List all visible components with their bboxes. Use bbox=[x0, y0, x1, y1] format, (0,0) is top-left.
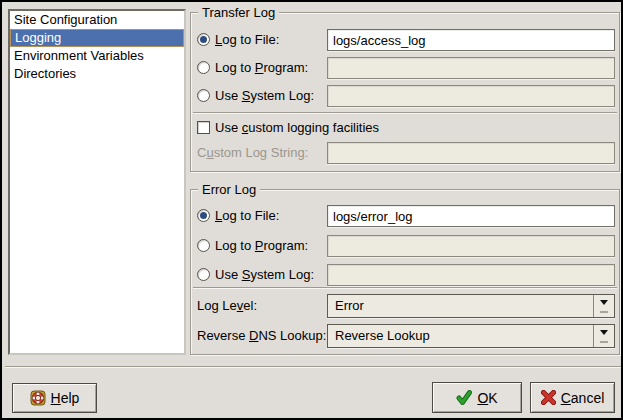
sidebar-item-environment-variables[interactable]: Environment Variables bbox=[10, 47, 184, 65]
transfer-use-system-log-label[interactable]: Use System Log: bbox=[215, 85, 314, 107]
transfer-log-group-title: Transfer Log bbox=[198, 5, 279, 20]
ok-button[interactable]: OK bbox=[432, 382, 522, 413]
log-level-value: Error bbox=[328, 295, 593, 317]
custom-log-string-input bbox=[327, 142, 615, 164]
reverse-dns-dropdown[interactable]: Reverse Lookup bbox=[327, 324, 615, 348]
error-log-to-file-label[interactable]: Log to File: bbox=[215, 205, 279, 227]
error-log-group: Error Log Log to File: Log to Program: U… bbox=[190, 189, 620, 355]
radio-dot bbox=[200, 36, 207, 43]
error-use-system-log-radio[interactable] bbox=[197, 268, 210, 281]
transfer-log-to-file-row: Log to File: bbox=[191, 29, 619, 52]
sidebar-item-logging[interactable]: Logging bbox=[10, 29, 184, 47]
transfer-log-to-program-label[interactable]: Log to Program: bbox=[215, 57, 308, 79]
transfer-log-to-file-radio[interactable] bbox=[197, 33, 210, 46]
sidebar-item-site-configuration[interactable]: Site Configuration bbox=[10, 11, 184, 29]
error-use-system-log-label[interactable]: Use System Log: bbox=[215, 264, 314, 286]
check-icon bbox=[456, 390, 472, 405]
error-log-program-input bbox=[327, 235, 615, 257]
error-log-file-input[interactable] bbox=[327, 205, 615, 227]
sidebar-item-directories[interactable]: Directories bbox=[10, 65, 184, 83]
category-list: Site Configuration Logging Environment V… bbox=[8, 9, 186, 355]
transfer-log-to-program-radio[interactable] bbox=[197, 61, 210, 74]
help-lifebuoy-icon bbox=[30, 390, 46, 406]
error-log-to-program-label[interactable]: Log to Program: bbox=[215, 235, 308, 257]
custom-logging-checkbox[interactable] bbox=[197, 121, 210, 134]
transfer-log-file-input[interactable] bbox=[327, 29, 615, 51]
cancel-button[interactable]: Cancel bbox=[530, 382, 615, 413]
transfer-log-program-input bbox=[327, 57, 615, 79]
chevron-down-icon[interactable] bbox=[593, 295, 614, 317]
help-button[interactable]: Help bbox=[12, 383, 97, 413]
log-level-row: Log Level: Error bbox=[191, 294, 619, 318]
error-log-to-program-row: Log to Program: bbox=[191, 235, 619, 258]
separator bbox=[193, 287, 617, 289]
error-use-system-log-row: Use System Log: bbox=[191, 264, 619, 287]
transfer-use-system-log-row: Use System Log: bbox=[191, 85, 619, 108]
error-log-to-file-row: Log to File: bbox=[191, 205, 619, 228]
reverse-dns-label: Reverse DNS Lookup: bbox=[197, 324, 326, 348]
transfer-log-to-file-label[interactable]: Log to File: bbox=[215, 29, 279, 51]
transfer-log-group: Transfer Log Log to File: Log to Program… bbox=[190, 12, 620, 172]
error-log-to-program-radio[interactable] bbox=[197, 239, 210, 252]
reverse-dns-value: Reverse Lookup bbox=[328, 325, 593, 347]
reverse-dns-row: Reverse DNS Lookup: Reverse Lookup bbox=[191, 324, 619, 348]
transfer-system-log-input bbox=[327, 85, 615, 107]
chevron-down-icon[interactable] bbox=[593, 325, 614, 347]
httpd-logging-dialog: Site Configuration Logging Environment V… bbox=[0, 0, 623, 420]
error-log-to-file-radio[interactable] bbox=[197, 209, 210, 222]
error-system-log-input bbox=[327, 264, 615, 286]
custom-log-string-label: Custom Log String: bbox=[197, 142, 308, 164]
separator bbox=[193, 112, 617, 114]
log-level-label: Log Level: bbox=[197, 294, 257, 318]
help-button-label: Help bbox=[51, 390, 80, 406]
footer-separator bbox=[5, 366, 622, 368]
ok-button-label: OK bbox=[477, 390, 497, 406]
custom-logging-row: Use custom logging facilities bbox=[191, 119, 619, 137]
cancel-button-label: Cancel bbox=[561, 390, 605, 406]
custom-log-string-row: Custom Log String: bbox=[191, 142, 619, 165]
log-level-dropdown[interactable]: Error bbox=[327, 294, 615, 318]
transfer-log-to-program-row: Log to Program: bbox=[191, 57, 619, 80]
transfer-use-system-log-radio[interactable] bbox=[197, 89, 210, 102]
custom-logging-checkbox-label[interactable]: Use custom logging facilities bbox=[215, 119, 379, 137]
error-log-group-title: Error Log bbox=[198, 182, 260, 197]
radio-dot bbox=[200, 212, 207, 219]
close-x-icon bbox=[541, 390, 556, 405]
